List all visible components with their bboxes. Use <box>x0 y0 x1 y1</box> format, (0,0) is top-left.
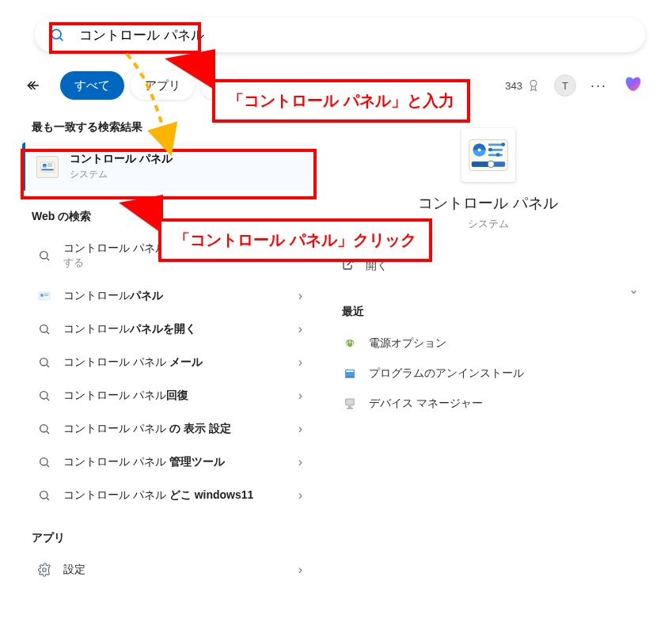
web-item[interactable]: コントロール パネル 管理ツール › <box>25 446 313 479</box>
tab-apps[interactable]: アプリ <box>131 71 195 100</box>
svg-point-28 <box>43 568 47 572</box>
web-item[interactable]: コントロール パネル メール › <box>25 346 313 379</box>
best-match-item[interactable]: コントロール パネル システム <box>22 142 313 191</box>
chevron-right-icon: › <box>298 563 302 577</box>
chevron-right-icon: › <box>298 455 302 469</box>
search-icon <box>36 323 52 336</box>
svg-point-20 <box>40 392 47 399</box>
search-icon <box>36 389 52 402</box>
search-input[interactable] <box>79 27 631 43</box>
web-item[interactable]: コントロールパネルを開く › <box>25 313 313 346</box>
svg-rect-47 <box>348 406 351 408</box>
chevron-right-icon: › <box>298 355 302 370</box>
list-item-label: コントロール パネル回復 <box>63 389 188 403</box>
svg-point-13 <box>40 294 44 297</box>
svg-point-26 <box>40 491 47 499</box>
svg-rect-36 <box>488 154 503 156</box>
svg-point-22 <box>40 425 47 432</box>
svg-rect-7 <box>47 163 52 164</box>
chevron-down-icon[interactable]: ⌄ <box>628 282 639 297</box>
open-label: 開く <box>366 259 388 273</box>
recent-heading: 最近 <box>337 284 639 328</box>
web-search-heading: Web の検索 <box>19 191 320 232</box>
tab-documents[interactable]: ド <box>201 71 241 100</box>
svg-rect-44 <box>346 370 353 372</box>
recent-item-label: プログラムのアンインストール <box>369 366 524 381</box>
svg-point-0 <box>51 29 61 39</box>
svg-rect-32 <box>488 143 503 146</box>
web-item[interactable]: コントロール パネル どこ windows11 › <box>25 479 313 512</box>
svg-line-19 <box>47 365 49 367</box>
list-item-label: コントロールパネルを開く <box>63 322 196 336</box>
list-item-label: 設定 <box>63 563 85 577</box>
apps-heading: アプリ <box>19 512 320 553</box>
open-button[interactable]: 開く <box>337 247 639 284</box>
detail-app-icon <box>461 128 515 182</box>
svg-line-17 <box>47 332 49 334</box>
rewards-count: 343 <box>505 80 522 92</box>
svg-rect-48 <box>347 408 353 408</box>
control-panel-icon <box>36 156 59 178</box>
chevron-right-icon: › <box>298 488 302 503</box>
copilot-button[interactable] <box>621 74 645 97</box>
detail-subtitle: システム <box>337 217 639 231</box>
chevron-right-icon: › <box>298 249 302 263</box>
chevron-right-icon: › <box>298 322 302 336</box>
svg-point-35 <box>488 148 492 152</box>
more-button[interactable]: ··· <box>590 78 607 94</box>
best-match-title: コントロール パネル <box>70 152 173 166</box>
chevron-right-icon: › <box>298 422 302 436</box>
svg-rect-46 <box>346 399 355 405</box>
recent-item-power[interactable]: 電源オプション <box>337 328 639 359</box>
recent-item-label: デバイス マネージャー <box>369 397 483 411</box>
search-icon <box>36 423 52 435</box>
svg-line-23 <box>47 431 49 434</box>
rewards-button[interactable]: 343 <box>505 78 540 93</box>
svg-point-10 <box>40 252 47 259</box>
web-item[interactable]: コントロールパネル › <box>25 279 313 313</box>
control-panel-icon <box>36 290 52 302</box>
svg-point-24 <box>40 458 47 465</box>
list-item-label: コントロールパネル <box>63 289 163 303</box>
list-item-label: コントロール パネル メール <box>63 355 203 370</box>
power-icon <box>342 337 358 350</box>
recent-item-programs[interactable]: プログラムのアンインストール <box>337 359 639 389</box>
svg-line-11 <box>47 258 49 260</box>
open-icon <box>342 258 355 273</box>
app-item-settings[interactable]: 設定 › <box>25 553 313 586</box>
search-icon <box>36 456 52 469</box>
search-icon <box>49 27 65 43</box>
avatar[interactable]: T <box>554 74 576 97</box>
svg-point-16 <box>40 325 47 332</box>
web-item[interactable]: コントロール パネル の 表示 設定 › <box>25 412 313 446</box>
svg-rect-9 <box>42 169 54 170</box>
search-icon <box>36 489 52 502</box>
svg-rect-14 <box>44 294 48 294</box>
list-item-label: コントロール パネル - 検索結果をさらに表示する <box>63 241 287 270</box>
back-button[interactable] <box>17 70 49 101</box>
svg-rect-8 <box>47 165 52 166</box>
svg-point-4 <box>530 80 537 86</box>
svg-point-31 <box>477 148 480 151</box>
svg-line-27 <box>47 498 49 500</box>
svg-rect-45 <box>345 377 355 378</box>
list-item-label: コントロール パネル 管理ツール <box>63 455 225 469</box>
svg-point-37 <box>495 153 499 157</box>
search-bar[interactable] <box>35 17 645 52</box>
svg-line-21 <box>47 398 49 400</box>
web-item[interactable]: コントロール パネル回復 › <box>25 379 313 412</box>
search-icon <box>36 249 52 262</box>
svg-point-40 <box>488 161 494 167</box>
svg-line-41 <box>347 260 353 265</box>
programs-icon <box>342 367 358 380</box>
best-match-heading: 最も一致する検索結果 <box>19 101 320 142</box>
svg-line-25 <box>47 465 49 467</box>
search-icon <box>36 356 52 369</box>
chevron-right-icon: › <box>298 289 302 303</box>
tab-all[interactable]: すべて <box>60 71 124 100</box>
device-icon <box>342 397 358 410</box>
web-item-more-results[interactable]: コントロール パネル - 検索結果をさらに表示する › <box>25 232 313 279</box>
search-tabs: すべて アプリ ド <box>60 71 241 100</box>
recent-item-device[interactable]: デバイス マネージャー <box>337 389 639 419</box>
best-match-subtitle: システム <box>70 168 173 181</box>
